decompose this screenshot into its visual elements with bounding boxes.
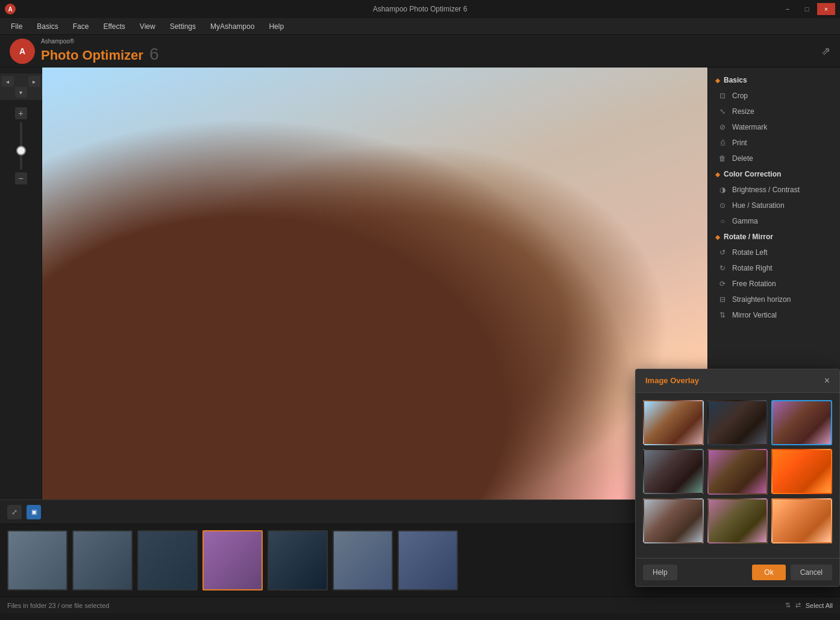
dialog-help-button[interactable]: Help xyxy=(643,565,677,580)
panel-item-resize[interactable]: ⤡ Resize xyxy=(708,104,840,119)
main-image xyxy=(42,67,707,499)
logo-app-name: Photo Optimizer xyxy=(41,48,143,63)
panel-item-free-rotation[interactable]: ⟳ Free Rotation xyxy=(708,276,840,292)
logo-version: 6 xyxy=(149,45,159,64)
toolbar-left: ⤢ ▣ xyxy=(7,505,41,519)
section-rotate-mirror: ◆ Rotate / Mirror xyxy=(708,229,840,245)
thumbnail-7[interactable] xyxy=(398,530,458,590)
overlay-thumb-4[interactable] xyxy=(643,449,704,494)
thumbnail-5[interactable] xyxy=(268,530,328,590)
panel-item-rotate-right[interactable]: ↻ Rotate Right xyxy=(708,260,840,276)
window-title: Ashampoo Photo Optimizer 6 xyxy=(373,5,468,13)
swap-icon: ⇄ xyxy=(795,601,801,609)
thumbnail-2[interactable] xyxy=(72,530,133,590)
dialog-body xyxy=(636,393,839,559)
panel-item-delete[interactable]: 🗑 Delete xyxy=(708,151,840,166)
menu-myashampoo[interactable]: MyAshampoo xyxy=(204,20,260,33)
select-all-button[interactable]: Select All xyxy=(806,602,833,609)
panel-item-crop[interactable]: ⊡ Crop xyxy=(708,88,840,104)
menu-view[interactable]: View xyxy=(134,20,161,33)
brightness-icon: ◑ xyxy=(718,185,727,195)
close-button[interactable]: × xyxy=(817,3,835,15)
logo-brand: Ashampoo® xyxy=(41,38,159,45)
thumbnail-4[interactable] xyxy=(202,530,263,590)
rotate-right-icon: ↻ xyxy=(718,263,727,273)
panel-item-brightness[interactable]: ◑ Brightness / Contrast xyxy=(708,182,840,198)
menu-help[interactable]: Help xyxy=(263,20,290,33)
panel-item-straighten[interactable]: ⊟ Straighten horizon xyxy=(708,292,840,307)
dialog-actions: Ok Cancel xyxy=(752,565,832,580)
panel-item-gamma[interactable]: ○ Gamma xyxy=(708,213,840,229)
menu-basics[interactable]: Basics xyxy=(31,20,64,33)
overlay-thumb-3[interactable] xyxy=(771,400,832,445)
panel-item-print[interactable]: ⎙ Print xyxy=(708,135,840,151)
overlay-thumb-8[interactable] xyxy=(707,498,768,544)
overlay-thumb-7[interactable] xyxy=(643,498,704,543)
status-left: Files in folder 23 / one file selected xyxy=(7,602,109,609)
overlay-thumb-6[interactable] xyxy=(771,449,832,494)
panel-item-rotate-left[interactable]: ↺ Rotate Left xyxy=(708,245,840,260)
menu-bar: File Basics Face Effects View Settings M… xyxy=(0,18,840,35)
zoom-controls: + − xyxy=(15,107,27,184)
thumbnail-6[interactable] xyxy=(333,530,393,590)
resize-icon: ⤡ xyxy=(718,107,727,116)
menu-effects[interactable]: Effects xyxy=(97,20,131,33)
pan-left[interactable]: ◂ xyxy=(2,76,14,87)
pan-right[interactable]: ▸ xyxy=(28,76,40,87)
app-icon: A xyxy=(5,4,16,14)
logo-icon: A xyxy=(10,39,35,64)
status-bar: Files in folder 23 / one file selected ⇅… xyxy=(0,597,840,613)
dialog-close-button[interactable]: × xyxy=(824,375,830,386)
crop-icon: ⊡ xyxy=(718,91,727,101)
hue-icon: ⊙ xyxy=(718,201,727,210)
panel-item-hue[interactable]: ⊙ Hue / Saturation xyxy=(708,198,840,213)
free-rotation-icon: ⟳ xyxy=(718,279,727,289)
app-logo: A Ashampoo® Photo Optimizer 6 xyxy=(10,38,159,64)
panel-item-watermark[interactable]: ⊘ Watermark xyxy=(708,119,840,135)
gamma-icon: ○ xyxy=(718,216,727,226)
maximize-button[interactable]: □ xyxy=(798,3,816,15)
delete-icon: 🗑 xyxy=(718,154,727,163)
thumbnail-3[interactable] xyxy=(137,530,198,590)
print-icon: ⎙ xyxy=(718,138,727,148)
overlay-thumb-5[interactable] xyxy=(707,449,768,495)
left-nav: ◂ ▸ ▾ + − xyxy=(0,67,42,499)
window-controls: − □ × xyxy=(779,3,835,15)
overlay-thumb-1[interactable] xyxy=(643,400,704,445)
watermark-icon: ⊘ xyxy=(718,122,727,132)
pan-down[interactable]: ▾ xyxy=(15,87,27,98)
app-header: A Ashampoo® Photo Optimizer 6 ⇗ xyxy=(0,35,840,67)
sort-icon: ⇅ xyxy=(785,601,791,609)
thumbnail-view-button[interactable]: ▣ xyxy=(27,505,41,519)
expand-button[interactable]: ⤢ xyxy=(7,505,22,519)
status-right: ⇅ ⇄ Select All xyxy=(785,601,833,609)
menu-settings[interactable]: Settings xyxy=(164,20,202,33)
dialog-ok-button[interactable]: Ok xyxy=(752,565,785,580)
status-text: Files in folder 23 / one file selected xyxy=(7,602,109,609)
section-basics: ◆ Basics xyxy=(708,72,840,88)
logo-text: Ashampoo® Photo Optimizer 6 xyxy=(41,38,159,64)
panel-item-mirror[interactable]: ⇅ Mirror Vertical xyxy=(708,307,840,323)
dialog-cancel-button[interactable]: Cancel xyxy=(791,565,832,580)
thumbnail-1[interactable] xyxy=(7,530,67,590)
dialog-title: Image Overlay xyxy=(645,376,699,385)
section-color-correction: ◆ Color Correction xyxy=(708,166,840,182)
minimize-button[interactable]: − xyxy=(779,3,797,15)
overlay-thumb-2[interactable] xyxy=(707,400,768,446)
zoom-track[interactable] xyxy=(20,122,22,170)
share-icon[interactable]: ⇗ xyxy=(821,45,830,58)
overlay-grid xyxy=(643,400,832,544)
mirror-icon: ⇅ xyxy=(718,310,727,320)
rotate-left-icon: ↺ xyxy=(718,248,727,257)
pan-controls: ◂ ▸ ▾ xyxy=(0,74,43,100)
menu-file[interactable]: File xyxy=(5,20,28,33)
zoom-out-button[interactable]: − xyxy=(15,172,27,184)
menu-face[interactable]: Face xyxy=(67,20,95,33)
zoom-in-button[interactable]: + xyxy=(15,107,27,119)
dialog-footer: Help Ok Cancel xyxy=(636,558,839,586)
straighten-icon: ⊟ xyxy=(718,295,727,304)
overlay-thumb-9[interactable] xyxy=(771,498,832,543)
zoom-thumb[interactable] xyxy=(16,146,26,155)
title-bar: A Ashampoo Photo Optimizer 6 − □ × xyxy=(0,0,840,18)
photo-canvas xyxy=(42,67,707,499)
